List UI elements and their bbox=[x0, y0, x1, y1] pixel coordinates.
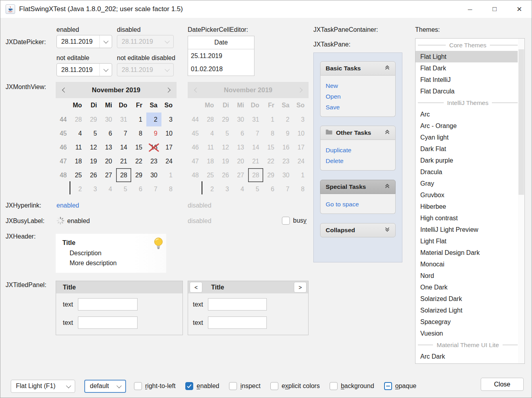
date-table-row[interactable]: 01.02.2018 bbox=[188, 62, 254, 76]
theme-item-flat-intellij[interactable]: Flat IntelliJ bbox=[416, 74, 518, 85]
checkbox-busy[interactable]: busy bbox=[282, 217, 307, 225]
calendar-day[interactable]: 7 bbox=[116, 126, 131, 140]
theme-item-monocai[interactable]: Monocai bbox=[416, 258, 518, 270]
checkbox-background[interactable]: background bbox=[330, 382, 374, 390]
calendar-day[interactable]: 18 bbox=[71, 154, 86, 168]
theme-item-gray[interactable]: Gray bbox=[416, 178, 518, 189]
checkbox-inspect[interactable]: inspect bbox=[229, 382, 260, 390]
datepicker-dropdown-icon[interactable] bbox=[99, 64, 112, 76]
expand-icon[interactable] bbox=[384, 227, 390, 234]
calendar-day[interactable]: 3 bbox=[161, 113, 177, 126]
calendar-day[interactable]: 30 bbox=[146, 168, 161, 182]
calendar-day[interactable]: 11 bbox=[71, 140, 86, 154]
datepicker-enabled[interactable]: 28.11.2019 bbox=[56, 35, 112, 48]
calendar-day[interactable]: 8 bbox=[131, 126, 146, 140]
text-field[interactable] bbox=[78, 298, 138, 311]
theme-item-one-dark[interactable]: One Dark bbox=[416, 282, 518, 293]
close-button[interactable]: Close bbox=[481, 378, 524, 391]
calendar-day[interactable]: 31 bbox=[116, 113, 131, 126]
calendar-day[interactable]: 28 bbox=[116, 168, 131, 182]
task-link-delete[interactable]: Delete bbox=[326, 155, 395, 166]
theme-item-flat-dark[interactable]: Flat Dark bbox=[416, 62, 518, 74]
calendar-day[interactable]: 2 bbox=[146, 113, 161, 126]
calendar-day[interactable]: 20 bbox=[101, 154, 116, 168]
themes-list[interactable]: Core ThemesFlat LightFlat DarkFlat Intel… bbox=[415, 38, 525, 364]
date-table[interactable]: Date 25.11.201901.02.2018 bbox=[188, 36, 254, 76]
calendar-day[interactable]: 22 bbox=[131, 154, 146, 168]
titledpanel-next-button[interactable]: > bbox=[294, 282, 307, 293]
theme-item-gruvbox[interactable]: Gruvbox bbox=[416, 189, 518, 201]
theme-item-spacegray[interactable]: Spacegray bbox=[416, 316, 518, 328]
theme-item-nord[interactable]: Nord bbox=[416, 270, 518, 282]
task-link-open[interactable]: Open bbox=[326, 91, 395, 102]
datepicker-not-editable[interactable]: 28.11.2019 bbox=[56, 63, 112, 76]
datepicker-enabled-value[interactable]: 28.11.2019 bbox=[57, 38, 99, 45]
calendar-day[interactable]: 29 bbox=[86, 113, 101, 126]
calendar-day[interactable]: 10 bbox=[161, 126, 177, 140]
theme-item-intellij-light-preview[interactable]: IntelliJ Light Preview bbox=[416, 224, 518, 235]
chevron-down-icon[interactable] bbox=[62, 384, 75, 388]
checkbox-explicit-colors[interactable]: explicit colors bbox=[270, 382, 320, 390]
calendar-day[interactable]: 4 bbox=[101, 182, 116, 196]
next-month-icon[interactable] bbox=[159, 88, 177, 92]
checkbox-right-to-left[interactable]: right-to-left bbox=[134, 382, 175, 390]
minimize-icon[interactable]: ─ bbox=[458, 0, 482, 18]
theme-combobox-value[interactable]: Flat Light (F1) bbox=[11, 382, 62, 390]
taskpane-header-basic-tasks[interactable]: Basic Tasks bbox=[320, 61, 396, 76]
theme-item-flat-light[interactable]: Flat Light bbox=[416, 51, 518, 62]
mode-combobox[interactable]: default bbox=[84, 380, 126, 393]
calendar-day[interactable]: 1 bbox=[131, 113, 146, 126]
calendar-day[interactable]: 28 bbox=[71, 113, 86, 126]
datepicker-dropdown-icon[interactable] bbox=[99, 35, 112, 48]
theme-item-arc-dark[interactable]: Arc Dark bbox=[416, 351, 518, 362]
datepicker-not-editable-value[interactable]: 28.11.2019 bbox=[57, 66, 99, 74]
theme-item-cyan-light[interactable]: Cyan light bbox=[416, 132, 518, 143]
prev-month-icon[interactable] bbox=[56, 88, 73, 92]
task-link-new[interactable]: New bbox=[326, 80, 395, 91]
calendar-day[interactable]: 21 bbox=[116, 154, 131, 168]
calendar-day[interactable]: 5 bbox=[86, 126, 101, 140]
checkbox-enabled[interactable]: enabled bbox=[185, 382, 219, 390]
mode-combobox-value[interactable]: default bbox=[85, 382, 113, 390]
checkbox-box[interactable] bbox=[384, 382, 392, 390]
collapse-icon[interactable] bbox=[384, 183, 390, 190]
calendar-day[interactable]: 9 bbox=[146, 126, 161, 140]
checkbox-box[interactable] bbox=[134, 382, 142, 390]
date-table-row[interactable]: 25.11.2019 bbox=[188, 49, 254, 62]
calendar-day[interactable]: 29 bbox=[131, 168, 146, 182]
theme-item-dark-purple[interactable]: Dark purple bbox=[416, 155, 518, 166]
checkbox-box[interactable] bbox=[270, 382, 278, 390]
calendar-day[interactable]: 8 bbox=[161, 182, 177, 196]
calendar-day[interactable]: 26 bbox=[86, 168, 101, 182]
calendar-day[interactable]: 25 bbox=[71, 168, 86, 182]
calendar-day[interactable]: 13 bbox=[101, 140, 116, 154]
theme-item-hiberbee[interactable]: Hiberbee bbox=[416, 201, 518, 212]
calendar-day[interactable]: 3 bbox=[86, 182, 101, 196]
theme-item-arc-dark-contrast[interactable]: Arc Dark Contrast bbox=[416, 362, 518, 364]
calendar-day[interactable]: 17 bbox=[161, 140, 177, 154]
close-icon[interactable]: ✕ bbox=[507, 0, 532, 18]
calendar-day[interactable]: 6 bbox=[131, 182, 146, 196]
task-link-go-to-space[interactable]: Go to space bbox=[326, 199, 395, 210]
calendar-day[interactable]: 27 bbox=[101, 168, 116, 182]
checkbox-box[interactable] bbox=[330, 382, 338, 390]
taskpane-header-special-tasks[interactable]: Special Tasks bbox=[320, 180, 396, 194]
calendar-day[interactable]: 30 bbox=[101, 113, 116, 126]
theme-item-dracula[interactable]: Dracula bbox=[416, 166, 518, 178]
theme-item-material-design-dark[interactable]: Material Design Dark bbox=[416, 247, 518, 258]
calendar-day[interactable]: 7 bbox=[146, 182, 161, 196]
theme-item-arc-orange[interactable]: Arc - Orange bbox=[416, 120, 518, 132]
calendar-day[interactable]: 12 bbox=[86, 140, 101, 154]
calendar-day[interactable]: 6 bbox=[101, 126, 116, 140]
theme-item-flat-darcula[interactable]: Flat Darcula bbox=[416, 85, 518, 97]
checkbox-opaque[interactable]: opaque bbox=[384, 382, 416, 390]
checkbox-box[interactable] bbox=[185, 382, 193, 390]
theme-item-arc[interactable]: Arc bbox=[416, 109, 518, 120]
collapse-icon[interactable] bbox=[384, 129, 390, 136]
calendar-day[interactable]: 14 bbox=[116, 140, 131, 154]
monthview-enabled[interactable]: November 2019 MoDiMiDoFrSaSo442829303112… bbox=[56, 82, 177, 196]
calendar-day[interactable]: 23 bbox=[146, 154, 161, 168]
date-table-header[interactable]: Date bbox=[188, 36, 254, 49]
calendar-day[interactable]: 19 bbox=[86, 154, 101, 168]
text-field[interactable] bbox=[208, 298, 267, 311]
